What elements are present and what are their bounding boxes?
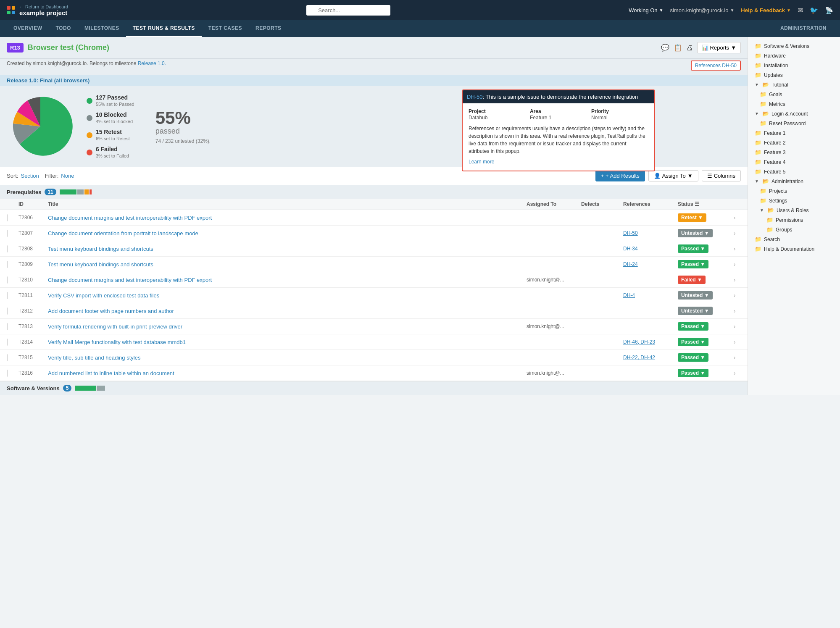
row-checkbox[interactable]: [7, 323, 8, 330]
nav-test-cases[interactable]: TEST CASES: [202, 20, 249, 37]
status-badge[interactable]: Passed ▼: [678, 338, 708, 346]
status-badge[interactable]: Failed ▼: [678, 276, 706, 284]
row-title[interactable]: Change document orientation from portrai…: [48, 230, 527, 236]
sort-value[interactable]: Section: [21, 173, 39, 179]
sidebar-item-projects[interactable]: 📁 Projects: [748, 186, 840, 196]
nav-overview[interactable]: OVERVIEW: [7, 20, 49, 37]
row-title[interactable]: Verify CSV import with enclosed test dat…: [48, 292, 527, 299]
row-refs[interactable]: DH-4: [623, 292, 678, 298]
back-link[interactable]: ← Return to Dashboard: [19, 4, 68, 9]
nav-administration[interactable]: ADMINISTRATION: [774, 20, 833, 37]
sidebar-item-users-roles[interactable]: ▼ 📂 Users & Roles: [748, 205, 840, 215]
row-checkbox[interactable]: [7, 245, 8, 252]
add-results-button[interactable]: + + Add Results: [595, 170, 645, 181]
sidebar-item-metrics[interactable]: 📁 Metrics: [748, 99, 840, 109]
milestone-link[interactable]: Release 1.0.: [138, 60, 166, 66]
row-refs[interactable]: DH-50: [623, 230, 678, 236]
row-arrow[interactable]: ›: [728, 230, 741, 236]
sidebar-item-software-versions[interactable]: 📁 Software & Versions: [748, 41, 840, 51]
row-arrow[interactable]: ›: [728, 292, 741, 299]
status-badge[interactable]: Passed ▼: [678, 244, 708, 253]
sidebar-item-settings[interactable]: 📁 Settings: [748, 196, 840, 205]
sidebar-item-administration[interactable]: ▼ 📂 Administration: [748, 176, 840, 186]
filter-value[interactable]: None: [61, 173, 74, 179]
sidebar-item-hardware[interactable]: 📁 Hardware: [748, 51, 840, 60]
sidebar-item-feature4[interactable]: 📁 Feature 4: [748, 157, 840, 167]
row-arrow[interactable]: ›: [728, 261, 741, 268]
row-checkbox[interactable]: [7, 354, 8, 361]
row-checkbox[interactable]: [7, 261, 8, 268]
nav-test-runs[interactable]: TEST RUNS & RESULTS: [126, 20, 202, 37]
row-arrow[interactable]: ›: [728, 370, 741, 376]
sidebar-item-goals[interactable]: 📁 Goals: [748, 89, 840, 99]
sidebar-item-installation[interactable]: 📁 Installation: [748, 60, 840, 70]
row-title[interactable]: Verify title, sub title and heading styl…: [48, 355, 527, 361]
row-refs[interactable]: DH-46, DH-23: [623, 339, 678, 345]
row-checkbox[interactable]: [7, 292, 8, 299]
nav-reports[interactable]: REPORTS: [249, 20, 288, 37]
row-checkbox[interactable]: [7, 214, 8, 221]
nav-todo[interactable]: TODO: [49, 20, 77, 37]
row-arrow[interactable]: ›: [728, 354, 741, 361]
ref-learn-more[interactable]: Learn more: [469, 159, 494, 165]
comment-icon[interactable]: 💬: [661, 44, 669, 52]
assign-to-button[interactable]: 👤 Assign To ▼: [648, 170, 698, 181]
working-on-menu[interactable]: Working On ▼: [629, 7, 663, 13]
row-title[interactable]: Add document footer with page numbers an…: [48, 308, 527, 314]
sidebar-item-feature1[interactable]: 📁 Feature 1: [748, 128, 840, 138]
twitter-icon[interactable]: 🐦: [810, 6, 818, 14]
rss-icon[interactable]: 📡: [825, 6, 833, 14]
sidebar-item-updates[interactable]: 📁 Updates: [748, 70, 840, 80]
sidebar-item-feature2[interactable]: 📁 Feature 2: [748, 138, 840, 147]
row-arrow[interactable]: ›: [728, 339, 741, 345]
row-checkbox[interactable]: [7, 339, 8, 346]
status-badge[interactable]: Retest ▼: [678, 213, 706, 222]
row-title[interactable]: Test menu keyboard bindings and shortcut…: [48, 261, 527, 268]
row-refs[interactable]: DH-34: [623, 246, 678, 252]
status-badge[interactable]: Passed ▼: [678, 322, 708, 331]
row-arrow[interactable]: ›: [728, 245, 741, 252]
sidebar-item-help-documentation[interactable]: 📁 Help & Documentation: [748, 244, 840, 254]
sidebar-item-reset-password[interactable]: 📁 Reset Password: [748, 118, 840, 128]
row-title[interactable]: Change document margins and test interop…: [48, 215, 527, 221]
sidebar-item-login-account[interactable]: ▼ 📂 Login & Account: [748, 109, 840, 118]
sidebar-item-feature3[interactable]: 📁 Feature 3: [748, 147, 840, 157]
row-refs[interactable]: DH-22, DH-42: [623, 355, 678, 360]
sidebar-item-tutorial[interactable]: ▼ 📂 Tutorial: [748, 80, 840, 89]
sidebar-item-search[interactable]: 📁 Search: [748, 234, 840, 244]
row-arrow[interactable]: ›: [728, 214, 741, 221]
reports-button[interactable]: 📊 Reports ▼: [697, 42, 741, 53]
row-arrow[interactable]: ›: [728, 307, 741, 314]
row-checkbox[interactable]: [7, 276, 8, 284]
search-input[interactable]: [306, 5, 390, 16]
help-feedback-menu[interactable]: Help & Feedback ▼: [741, 7, 791, 13]
status-badge[interactable]: Untested ▼: [678, 291, 713, 300]
row-title[interactable]: Verify formula rendering with built-in p…: [48, 323, 527, 330]
row-title[interactable]: Test menu keyboard bindings and shortcut…: [48, 246, 527, 252]
references-tag[interactable]: References DH-50: [691, 60, 741, 71]
status-badge[interactable]: Passed ▼: [678, 369, 708, 377]
print-icon[interactable]: 🖨: [686, 44, 693, 52]
sidebar-item-permissions[interactable]: 📁 Permissions: [748, 215, 840, 225]
row-arrow[interactable]: ›: [728, 276, 741, 283]
status-badge[interactable]: Passed ▼: [678, 260, 708, 268]
row-checkbox[interactable]: [7, 230, 8, 237]
row-arrow[interactable]: ›: [728, 323, 741, 330]
mail-icon[interactable]: ✉: [798, 6, 803, 14]
row-title[interactable]: Change document margins and test interop…: [48, 277, 527, 283]
ref-popup-id[interactable]: DH-50: [467, 94, 483, 100]
sidebar-item-feature5[interactable]: 📁 Feature 5: [748, 167, 840, 176]
row-title[interactable]: Verify Mail Merge functionality with tes…: [48, 339, 527, 345]
row-checkbox[interactable]: [7, 307, 8, 315]
status-badge[interactable]: Passed ▼: [678, 353, 708, 362]
user-menu[interactable]: simon.knight@gurock.io ▼: [670, 7, 734, 13]
sidebar-item-groups[interactable]: 📁 Groups: [748, 225, 840, 234]
edit-icon[interactable]: 📋: [674, 44, 682, 52]
row-refs[interactable]: DH-24: [623, 261, 678, 267]
columns-button[interactable]: ☰ Columns: [702, 170, 741, 181]
status-badge[interactable]: Untested ▼: [678, 229, 713, 237]
row-title[interactable]: Add numbered list to inline table within…: [48, 370, 527, 376]
row-checkbox[interactable]: [7, 370, 8, 377]
status-badge[interactable]: Untested ▼: [678, 307, 713, 315]
nav-milestones[interactable]: MILESTONES: [78, 20, 126, 37]
